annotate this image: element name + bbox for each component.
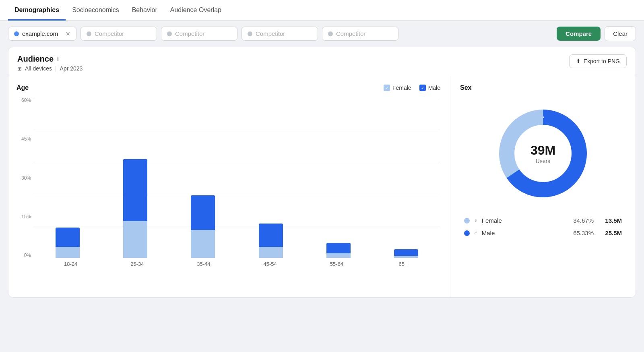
y-label-30: 30% xyxy=(17,176,33,180)
main-card: Audience ℹ ⊞ All devices | Apr 2023 ⬆ Ex… xyxy=(8,47,636,298)
tab-demographics[interactable]: Demographics xyxy=(8,0,66,21)
tab-socioeconomics[interactable]: Socioeconomics xyxy=(66,0,126,21)
female-sex-name: Female xyxy=(482,217,566,224)
card-title-area: Audience ℹ ⊞ All devices | Apr 2023 xyxy=(17,54,83,72)
competitor-input-1[interactable]: Competitor xyxy=(80,27,157,41)
female-sex-count: 13.5M xyxy=(598,217,622,224)
bar-male-45-54 xyxy=(259,224,283,247)
bar-male-65+ xyxy=(394,249,418,256)
female-checkbox[interactable]: ✓ xyxy=(384,85,390,91)
bar-group-18-24 xyxy=(37,98,98,258)
female-sex-dot xyxy=(464,218,470,224)
competitor-input-4[interactable]: Competitor xyxy=(322,27,398,41)
age-legend: ✓ Female ✓ Male xyxy=(384,85,440,91)
donut-center: 39M Users xyxy=(530,143,555,164)
chart-top-row: Age ✓ Female ✓ Male xyxy=(17,84,440,91)
x-labels: 18-2425-3435-4445-5455-6465+ xyxy=(17,258,440,267)
bars-row xyxy=(33,98,440,258)
y-label-45: 45% xyxy=(17,137,33,141)
bar-area xyxy=(33,98,440,258)
bar-female-18-24 xyxy=(56,247,80,258)
tab-behavior[interactable]: Behavior xyxy=(126,0,164,21)
card-header: Audience ℹ ⊞ All devices | Apr 2023 ⬆ Ex… xyxy=(8,47,636,76)
info-icon[interactable]: ℹ xyxy=(57,56,59,63)
donut-value: 39M xyxy=(530,143,555,158)
competitor-placeholder-1: Competitor xyxy=(95,30,124,37)
subtitle-divider: | xyxy=(55,65,57,72)
competitor-placeholder-4: Competitor xyxy=(336,30,365,37)
competitor-placeholder-3: Competitor xyxy=(256,30,285,37)
search-row: example.com ✕ Competitor Competitor Comp… xyxy=(0,21,644,47)
clear-button[interactable]: Clear xyxy=(605,26,636,41)
site-chip[interactable]: example.com ✕ xyxy=(8,27,76,41)
male-sex-dot xyxy=(464,230,470,236)
bar-female-65+ xyxy=(394,256,418,258)
x-label-55-64: 55-64 xyxy=(303,261,370,267)
bar-stack-18-24 xyxy=(56,228,80,258)
bar-stack-55-64 xyxy=(326,243,351,258)
bar-female-45-54 xyxy=(259,247,283,258)
site-label: example.com xyxy=(22,30,58,37)
bar-stack-35-44 xyxy=(191,195,215,258)
sex-chart-section: Sex 39M Users xyxy=(450,76,636,297)
competitor-dot-3 xyxy=(248,31,252,36)
bar-stack-45-54 xyxy=(259,224,283,258)
compare-button[interactable]: Compare xyxy=(557,27,601,41)
y-axis: 0% 15% 30% 45% 60% xyxy=(17,98,33,258)
male-legend-label: Male xyxy=(428,85,440,91)
y-label-15: 15% xyxy=(17,214,33,219)
export-icon: ⬆ xyxy=(576,58,581,64)
site-dot xyxy=(14,31,19,36)
female-sex-pct: 34.67% xyxy=(570,217,594,224)
tab-audience-overlap[interactable]: Audience Overlap xyxy=(164,0,228,21)
age-chart-section: Age ✓ Female ✓ Male 0% xyxy=(8,76,450,297)
female-legend-item[interactable]: ✓ Female xyxy=(384,85,411,91)
bar-female-25-34 xyxy=(123,221,147,258)
male-sex-pct: 65.33% xyxy=(570,230,594,236)
bar-stack-25-34 xyxy=(123,159,147,258)
close-icon[interactable]: ✕ xyxy=(66,31,70,37)
card-title: Audience xyxy=(17,54,54,64)
charts-container: Age ✓ Female ✓ Male 0% xyxy=(8,76,636,297)
competitor-placeholder-2: Competitor xyxy=(175,30,204,37)
male-legend-item[interactable]: ✓ Male xyxy=(419,85,440,91)
bar-group-45-54 xyxy=(241,98,301,258)
female-gender-icon: ♀ xyxy=(474,217,478,224)
bar-chart-inner: 0% 15% 30% 45% 60% xyxy=(17,98,440,258)
bar-male-35-44 xyxy=(191,195,215,230)
bar-male-55-64 xyxy=(326,243,351,253)
bar-chart-wrap: 0% 15% 30% 45% 60% xyxy=(17,98,440,267)
male-checkbox[interactable]: ✓ xyxy=(419,85,426,91)
bar-male-18-24 xyxy=(56,228,80,247)
sex-chart-title: Sex xyxy=(460,84,626,91)
donut-users-label: Users xyxy=(530,158,555,164)
male-sex-name: Male xyxy=(482,230,566,236)
bar-female-55-64 xyxy=(326,253,351,258)
age-chart-title: Age xyxy=(17,84,29,91)
female-sex-row: ♀ Female 34.67% 13.5M xyxy=(464,217,622,224)
female-legend-label: Female xyxy=(392,85,411,91)
competitor-dot-2 xyxy=(167,31,172,36)
x-label-35-44: 35-44 xyxy=(170,261,237,267)
bar-female-35-44 xyxy=(191,230,215,258)
bar-group-25-34 xyxy=(105,98,165,258)
x-label-25-34: 25-34 xyxy=(104,261,170,267)
competitor-input-3[interactable]: Competitor xyxy=(242,27,318,41)
sex-legend: ♀ Female 34.67% 13.5M ♂ Male 65.33% 25.5… xyxy=(460,217,626,236)
card-title-row: Audience ℹ xyxy=(17,54,83,64)
x-label-45-54: 45-54 xyxy=(237,261,303,267)
x-label-65+: 65+ xyxy=(370,261,436,267)
bar-stack-65+ xyxy=(394,249,418,258)
male-gender-icon: ♂ xyxy=(474,230,478,236)
donut-wrap: 39M Users xyxy=(460,101,626,206)
male-sex-row: ♂ Male 65.33% 25.5M xyxy=(464,230,622,236)
bar-group-55-64 xyxy=(308,98,369,258)
competitor-dot-1 xyxy=(87,31,91,36)
subtitle-date: Apr 2023 xyxy=(60,65,83,72)
export-button[interactable]: ⬆ Export to PNG xyxy=(569,54,627,68)
competitor-input-2[interactable]: Competitor xyxy=(161,27,237,41)
bar-group-35-44 xyxy=(173,98,233,258)
y-label-0: 0% xyxy=(17,253,33,258)
male-sex-count: 25.5M xyxy=(598,230,622,236)
bar-male-25-34 xyxy=(123,159,147,221)
